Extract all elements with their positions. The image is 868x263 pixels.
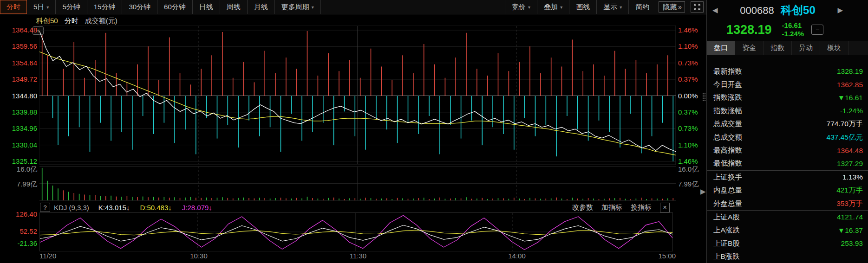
period-toolbar: 分时5日▾5分钟15分钟30分钟60分钟日线周线月线更多周期▾ 竞价▾叠加▾画线… — [0, 0, 706, 14]
quote-tab-盘口[interactable]: 盘口 — [707, 41, 735, 55]
change-value: -16.61 — [782, 21, 802, 29]
period-button-分时[interactable]: 分时 — [0, 0, 27, 14]
percent-axis-label: 1.10% — [678, 141, 698, 149]
prev-stock-arrow-icon[interactable]: ◀ — [712, 6, 718, 14]
chevron-down-icon: ▾ — [560, 5, 562, 10]
price-axis-label: 1354.64 — [0, 59, 37, 67]
add-indicator-button[interactable]: 加指标 — [601, 203, 622, 212]
period-button-月线[interactable]: 月线 — [248, 0, 275, 14]
kdj-axis-label: 126.40 — [0, 210, 37, 218]
kdj-d-value: D:50.483↓ — [140, 204, 171, 212]
kdj-name[interactable]: KDJ (9,3,3) — [54, 204, 89, 212]
quote-row-value: 1.13% — [842, 173, 863, 181]
quote-row-指数涨跌: 指数涨跌▼16.61 — [707, 91, 868, 104]
quote-row-label: 最低指数 — [713, 159, 742, 168]
kdj-indicator-bar: ? KDJ (9,3,3) K:43.015↓ D:50.483↓ J:28.0… — [40, 202, 222, 212]
fullscreen-icon[interactable] — [691, 1, 704, 13]
quote-row-value: 437.45亿元 — [827, 133, 863, 142]
panel-collapse-arrow-icon[interactable]: ▶ — [700, 187, 706, 196]
tool-button-隐藏[interactable]: 隐藏» — [659, 1, 685, 13]
quote-row-value: 253.93 — [841, 239, 863, 248]
tool-buttons: 竞价▾叠加▾画线显示▾简约隐藏» — [505, 0, 706, 14]
quote-row-最高指数: 最高指数1364.48 — [707, 144, 868, 157]
quote-row-label: 指数涨跌 — [713, 93, 742, 103]
period-button-15分钟[interactable]: 15分钟 — [87, 0, 123, 14]
quote-tab-板块[interactable]: 板块 — [820, 41, 848, 55]
next-stock-arrow-icon[interactable]: ▶ — [837, 6, 843, 14]
period-button-日线[interactable]: 日线 — [193, 0, 220, 14]
percent-axis-label: 1.46% — [678, 157, 698, 166]
price-axis-label: 1339.88 — [0, 108, 37, 116]
kdj-help-icon[interactable]: ? — [40, 203, 50, 212]
quote-row-上A涨跌: 上A涨跌▼16.37 — [707, 224, 868, 237]
period-button-5分钟[interactable]: 5分钟 — [56, 0, 87, 14]
kdj-axis-label: 52.52 — [0, 227, 37, 236]
quote-row-上B涨跌: 上B涨跌 — [707, 250, 868, 263]
price-axis-label: 1364.48 — [0, 26, 37, 34]
quote-tab-资金[interactable]: 资金 — [735, 41, 764, 55]
quote-row-value: 4121.74 — [837, 213, 863, 221]
volume-chart[interactable] — [39, 166, 676, 201]
period-button-5日[interactable]: 5日▾ — [27, 0, 56, 14]
panel-resize-grip[interactable] — [703, 93, 705, 101]
quote-row-上证换手: 上证换手1.13% — [707, 171, 868, 184]
chart-title-period: 分时 — [65, 17, 78, 25]
quote-row-label: 上证B股 — [713, 239, 740, 249]
quote-row-value: 1362.85 — [837, 81, 863, 89]
price-axis-label: 1359.56 — [0, 42, 37, 51]
tool-button-显示[interactable]: 显示▾ — [596, 0, 628, 14]
tool-button-叠加[interactable]: 叠加▾ — [537, 0, 569, 14]
minimize-panel-icon[interactable]: − — [811, 25, 823, 35]
time-label-1500: 15:00 — [652, 252, 676, 260]
period-button-30分钟[interactable]: 30分钟 — [122, 0, 157, 14]
quote-row-label: 上A涨跌 — [713, 225, 740, 235]
quote-header: ◀ 000688 科创50 ▶ — [707, 0, 868, 19]
change-params-button[interactable]: 改参数 — [572, 203, 593, 212]
percent-axis-label: 0.73% — [678, 59, 698, 67]
quote-row-label: 最新指数 — [713, 67, 742, 77]
quote-price-row: 1328.19 -16.61 -1.24% − — [707, 19, 868, 40]
quote-row-label: 外盘总量 — [713, 199, 742, 209]
period-button-更多周期[interactable]: 更多周期▾ — [275, 0, 321, 14]
price-axis-label: 1330.04 — [0, 141, 37, 149]
quote-row-value: 774.70万手 — [827, 119, 863, 129]
quote-panel: ◀ 000688 科创50 ▶ 1328.19 -16.61 -1.24% − … — [706, 0, 868, 263]
quote-row-value: 1328.19 — [837, 67, 863, 76]
tool-button-简约[interactable]: 简约 — [628, 0, 656, 14]
quote-row-value: 1327.29 — [837, 160, 863, 168]
switch-indicator-button[interactable]: 换指标 — [631, 203, 652, 212]
tool-button-画线[interactable]: 画线 — [569, 0, 596, 14]
quote-row-内盘总量: 内盘总量421万手 — [707, 184, 868, 197]
price-axis-label: 1344.80 — [0, 92, 37, 100]
period-button-周线[interactable]: 周线 — [220, 0, 248, 14]
quote-row-label: 内盘总量 — [713, 186, 742, 195]
quote-row-value: 421万手 — [836, 186, 863, 195]
quote-tab-指数[interactable]: 指数 — [764, 41, 792, 55]
quote-row-上证A股: 上证A股4121.74 — [707, 211, 868, 224]
kdj-chart[interactable] — [39, 212, 673, 251]
quote-row-value: 1364.48 — [837, 147, 863, 155]
quote-row-label: 最高指数 — [713, 146, 742, 155]
time-label-1030: 10:30 — [184, 252, 213, 260]
chevron-down-icon: ▾ — [46, 5, 49, 10]
quote-tab-异动[interactable]: 异动 — [792, 41, 820, 55]
quote-row-指数涨幅: 指数涨幅-1.24% — [707, 104, 868, 117]
quote-row-外盘总量: 外盘总量353万手 — [707, 197, 868, 211]
price-change: -16.61 -1.24% — [782, 21, 804, 38]
quote-row-label: 总成交额 — [713, 133, 742, 142]
tool-button-竞价[interactable]: 竞价▾ — [505, 0, 537, 14]
close-indicator-icon[interactable]: × — [660, 203, 670, 212]
period-button-60分钟[interactable]: 60分钟 — [157, 0, 193, 14]
stock-code: 000688 — [740, 5, 774, 16]
price-axis-label: 1325.12 — [0, 157, 37, 166]
chevron-down-icon: ▾ — [528, 5, 530, 10]
quote-row-label: 上证换手 — [713, 173, 742, 182]
quote-row-上证B股: 上证B股253.93 — [707, 237, 868, 250]
percent-axis-label: 1.46% — [678, 26, 698, 34]
percent-axis-label: 0.37% — [678, 108, 698, 116]
period-buttons: 分时5日▾5分钟15分钟30分钟60分钟日线周线月线更多周期▾ — [0, 0, 321, 14]
quote-row-最低指数: 最低指数1327.29 — [707, 157, 868, 171]
quote-row-最新指数: 最新指数1328.19 — [707, 65, 868, 78]
intraday-price-chart[interactable] — [39, 26, 676, 165]
double-chevron-icon: » — [678, 3, 681, 11]
